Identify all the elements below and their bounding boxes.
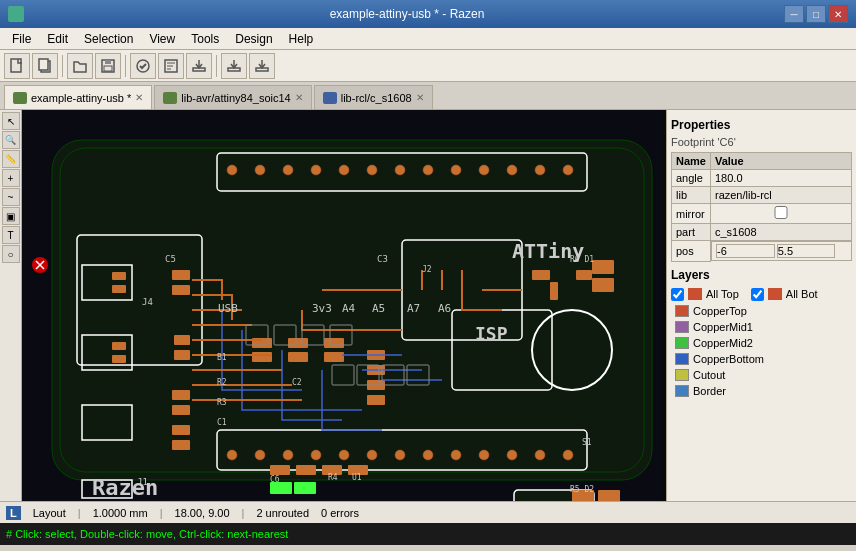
svg-rect-86	[294, 482, 316, 494]
svg-text:3v3: 3v3	[312, 302, 332, 315]
check-button[interactable]	[130, 53, 156, 79]
export2-button[interactable]	[249, 53, 275, 79]
close-button[interactable]: ✕	[828, 5, 848, 23]
zoom-tool[interactable]: 🔍	[2, 131, 20, 149]
svg-text:C6: C6	[270, 475, 280, 484]
all-top-color	[688, 288, 702, 300]
select-tool[interactable]: ↖	[2, 112, 20, 130]
prop-value-lib[interactable]	[710, 187, 851, 204]
svg-point-22	[283, 165, 293, 175]
svg-rect-63	[174, 350, 190, 360]
tab-close-2[interactable]: ✕	[295, 92, 303, 103]
svg-point-31	[535, 165, 545, 175]
pos-x-input[interactable]	[716, 244, 775, 258]
svg-text:Razen: Razen	[92, 475, 158, 500]
menu-file[interactable]: File	[4, 30, 39, 48]
prop-value-pos[interactable]	[711, 241, 852, 261]
svg-rect-99	[598, 490, 620, 501]
pos-y-input[interactable]	[777, 244, 836, 258]
prop-name-angle: angle	[672, 170, 711, 187]
menu-view[interactable]: View	[141, 30, 183, 48]
svg-text:C3: C3	[377, 254, 388, 264]
menu-edit[interactable]: Edit	[39, 30, 76, 48]
layer-border[interactable]: Border	[671, 383, 852, 399]
menu-selection[interactable]: Selection	[76, 30, 141, 48]
copy-button[interactable]	[32, 53, 58, 79]
part-input[interactable]	[715, 226, 847, 238]
tab-icon-1	[13, 92, 27, 104]
col-name: Name	[672, 153, 711, 170]
svg-rect-78	[532, 270, 550, 280]
svg-rect-56	[112, 272, 126, 280]
status-unrouted: 2 unrouted	[256, 507, 309, 519]
layer-copper-bottom[interactable]: CopperBottom	[671, 351, 852, 367]
pad-tool[interactable]: ○	[2, 245, 20, 263]
svg-point-28	[451, 165, 461, 175]
fill-tool[interactable]: ▣	[2, 207, 20, 225]
script-button[interactable]	[158, 53, 184, 79]
layer-cutout[interactable]: Cutout	[671, 367, 852, 383]
tab-label-2: lib-avr/attiny84_soic14	[181, 92, 290, 104]
save-button[interactable]	[95, 53, 121, 79]
svg-text:R3: R3	[217, 398, 227, 407]
svg-point-29	[479, 165, 489, 175]
svg-rect-5	[104, 66, 112, 71]
angle-input[interactable]	[715, 172, 847, 184]
tab-bar: example-attiny-usb * ✕ lib-avr/attiny84_…	[0, 82, 856, 110]
new-button[interactable]	[4, 53, 30, 79]
menu-bar: File Edit Selection View Tools Design He…	[0, 28, 856, 50]
tab-attiny84[interactable]: lib-avr/attiny84_soic14 ✕	[154, 85, 311, 109]
all-bot-checkbox[interactable]	[751, 288, 764, 301]
svg-point-41	[451, 450, 461, 460]
svg-rect-71	[288, 352, 308, 362]
layer-copper-top[interactable]: CopperTop	[671, 303, 852, 319]
svg-rect-73	[324, 352, 344, 362]
svg-rect-64	[172, 390, 190, 400]
menu-design[interactable]: Design	[227, 30, 280, 48]
tab-close-1[interactable]: ✕	[135, 92, 143, 103]
svg-rect-62	[174, 335, 190, 345]
all-top-checkbox[interactable]	[671, 288, 684, 301]
svg-rect-72	[324, 338, 344, 348]
prop-value-angle[interactable]	[710, 170, 851, 187]
open-button[interactable]	[67, 53, 93, 79]
add-tool[interactable]: +	[2, 169, 20, 187]
title-bar: example-attiny-usb * - Razen ─ □ ✕	[0, 0, 856, 28]
prop-row-part: part	[672, 224, 852, 241]
svg-text:A4: A4	[342, 302, 356, 315]
svg-text:ISP: ISP	[475, 323, 508, 344]
tab-c-s1608[interactable]: lib-rcl/c_s1608 ✕	[314, 85, 433, 109]
lib-input[interactable]	[715, 189, 847, 201]
mirror-checkbox[interactable]	[715, 206, 847, 219]
menu-help[interactable]: Help	[281, 30, 322, 48]
text-tool[interactable]: T	[2, 226, 20, 244]
svg-text:USB: USB	[218, 302, 238, 315]
status-sep-2: |	[160, 507, 163, 519]
layer-copper-mid2[interactable]: CopperMid2	[671, 335, 852, 351]
pcb-canvas[interactable]: ATTiny ISP USB 3v3 A4 A5 A7 A6 GND A2 A3…	[22, 110, 666, 501]
minimize-button[interactable]: ─	[784, 5, 804, 23]
maximize-button[interactable]: □	[806, 5, 826, 23]
prop-value-part[interactable]	[710, 224, 851, 241]
svg-rect-79	[550, 282, 558, 300]
prop-name-mirror: mirror	[672, 204, 711, 224]
layer-label-cutout: Cutout	[693, 369, 725, 381]
prop-value-mirror[interactable]	[710, 204, 851, 224]
menu-tools[interactable]: Tools	[183, 30, 227, 48]
svg-point-32	[563, 165, 573, 175]
svg-text:A5: A5	[372, 302, 385, 315]
ruler-tool[interactable]: 📏	[2, 150, 20, 168]
layer-color-bottom	[675, 353, 689, 365]
export1-button[interactable]	[221, 53, 247, 79]
tab-icon-3	[323, 92, 337, 104]
import-button[interactable]	[186, 53, 212, 79]
all-top-row: All Top All Bot	[671, 286, 852, 303]
tab-example-attiny[interactable]: example-attiny-usb * ✕	[4, 85, 152, 109]
window-title: example-attiny-usb * - Razen	[30, 7, 784, 21]
route-tool[interactable]: ~	[2, 188, 20, 206]
layer-copper-mid1[interactable]: CopperMid1	[671, 319, 852, 335]
svg-rect-97	[592, 278, 614, 292]
svg-rect-77	[367, 395, 385, 405]
tab-close-3[interactable]: ✕	[416, 92, 424, 103]
svg-text:C5: C5	[165, 254, 176, 264]
